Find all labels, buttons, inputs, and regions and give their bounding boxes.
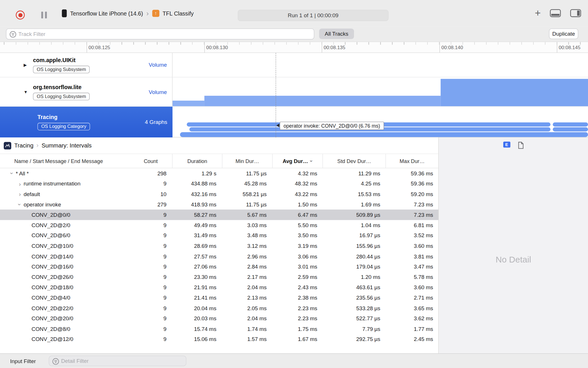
table-row[interactable]: CONV_2D@8/0 9 15.74 ms 1.74 ms 1.75 ms 7… <box>0 324 438 334</box>
track-tensorflow-lane[interactable] <box>173 77 588 106</box>
table-row[interactable]: CONV_2D@14/0 9 27.57 ms 2.96 ms 3.06 ms … <box>0 251 438 261</box>
sort-descending-icon: › <box>309 160 315 162</box>
row-name: CONV_2D@22/0 <box>32 305 74 311</box>
column-header-count[interactable]: Count <box>129 154 173 168</box>
disclosure-expanded-icon[interactable]: ▼ <box>24 90 28 94</box>
table-row[interactable]: › runtime instrumentation 9 434.88 ms 45… <box>0 179 438 189</box>
table-row[interactable]: CONV_2D@4/0 9 21.41 ms 2.13 ms 2.38 ms 2… <box>0 293 438 303</box>
row-count: 298 <box>129 170 173 177</box>
iphone-icon <box>62 9 67 17</box>
disclosure-collapsed-icon[interactable]: ▶ <box>24 62 27 67</box>
track-badge: OS Logging Subsystem <box>33 93 90 100</box>
table-row[interactable]: CONV_2D@0/0 9 58.27 ms 5.67 ms 6.47 ms 5… <box>0 210 438 220</box>
playhead-line[interactable] <box>276 53 276 137</box>
track-uikit-header: ▶ com.apple.UIKit OS Logging Subsystem V… <box>0 53 173 77</box>
row-stddev-duration: 463.61 µs <box>323 284 386 290</box>
right-panel-toggle-icon[interactable] <box>570 9 581 17</box>
interval-bar[interactable] <box>180 132 588 137</box>
add-instrument-icon[interactable]: + <box>535 8 541 18</box>
table-row[interactable]: CONV_2D@6/0 9 31.49 ms 3.48 ms 3.50 ms 1… <box>0 230 438 241</box>
run-status[interactable]: Run 1 of 1 | 00:00:09 <box>238 10 388 21</box>
row-stddev-duration: 7.79 µs <box>323 326 386 332</box>
row-avg-duration: 48.32 ms <box>273 181 323 187</box>
row-avg-duration: 2.23 ms <box>273 305 323 311</box>
row-count: 9 <box>129 243 173 249</box>
row-count: 9 <box>129 305 173 311</box>
volume-area-segment <box>204 96 441 106</box>
interval-bar[interactable] <box>553 122 588 126</box>
row-avg-duration: 2.43 ms <box>273 284 323 290</box>
row-min-duration: 11.75 µs <box>223 170 273 177</box>
track-tensorflow[interactable]: ▼ org.tensorflow.lite OS Logging Subsyst… <box>0 77 588 107</box>
document-icon[interactable] <box>518 141 524 149</box>
row-stddev-duration: 155.96 µs <box>323 243 386 249</box>
record-icon <box>18 13 22 17</box>
track-tensorflow-header: ▼ org.tensorflow.lite OS Logging Subsyst… <box>0 77 173 106</box>
row-disclosure-icon[interactable]: › <box>16 191 24 197</box>
table-row[interactable]: CONV_2D@10/0 9 28.69 ms 3.12 ms 3.19 ms … <box>0 241 438 251</box>
row-name: CONV_2D@26/0 <box>32 274 74 280</box>
table-row[interactable]: CONV_2D@2/0 9 49.49 ms 3.03 ms 5.50 ms 1… <box>0 220 438 230</box>
table-row[interactable]: CONV_2D@26/0 9 23.30 ms 2.17 ms 2.59 ms … <box>0 272 438 282</box>
extended-detail-toggle-icon[interactable]: E <box>503 141 510 147</box>
bottom-panel-toggle-icon[interactable] <box>550 9 561 17</box>
breadcrumb-page[interactable]: Summary: Intervals <box>42 142 92 149</box>
row-name-cell: CONV_2D@6/0 <box>0 233 129 239</box>
row-max-duration: 3.60 ms <box>386 284 438 290</box>
row-disclosure-icon[interactable]: › <box>9 170 15 177</box>
row-min-duration: 2.17 ms <box>223 274 273 280</box>
app-icon: ↑ <box>152 9 159 17</box>
pause-button[interactable] <box>41 12 47 18</box>
record-button[interactable] <box>16 11 25 20</box>
row-duration: 31.49 ms <box>173 233 223 239</box>
table-row[interactable]: › default 10 432.16 ms 558.21 µs 43.22 m… <box>0 189 438 199</box>
row-max-duration: 7.23 ms <box>386 212 438 218</box>
row-name: operator invoke <box>24 202 61 208</box>
device-label: Tensorflow Lite iPhone (14.6) <box>70 10 143 16</box>
row-stddev-duration: 11.29 ms <box>323 170 386 177</box>
timeline-ruler[interactable]: 00:08.125 00:08.130 00:08.135 00:08.140 … <box>0 42 588 53</box>
row-name: CONV_2D@6/0 <box>32 233 70 239</box>
table-row[interactable]: CONV_2D@20/0 9 20.03 ms 2.04 ms 2.23 ms … <box>0 313 438 324</box>
row-max-duration: 5.78 ms <box>386 274 438 280</box>
row-stddev-duration: 235.56 µs <box>323 295 386 301</box>
row-avg-duration: 2.38 ms <box>273 295 323 301</box>
row-disclosure-icon[interactable]: › <box>17 201 23 208</box>
table-row[interactable]: CONV_2D@22/0 9 20.04 ms 2.05 ms 2.23 ms … <box>0 303 438 313</box>
row-min-duration: 5.67 ms <box>223 212 273 218</box>
table-row[interactable]: CONV_2D@18/0 9 21.91 ms 2.04 ms 2.43 ms … <box>0 282 438 293</box>
row-disclosure-icon[interactable]: › <box>16 181 24 187</box>
row-avg-duration: 1.67 ms <box>273 336 323 342</box>
row-min-duration: 2.13 ms <box>223 295 273 301</box>
column-header-duration[interactable]: Duration <box>173 154 223 168</box>
track-uikit-lane[interactable] <box>173 53 588 77</box>
all-tracks-button[interactable]: All Tracks <box>319 28 354 39</box>
track-uikit[interactable]: ▶ com.apple.UIKit OS Logging Subsystem V… <box>0 53 588 77</box>
row-duration: 49.49 ms <box>173 222 223 228</box>
target-selector[interactable]: Tensorflow Lite iPhone (14.6) › ↑ TFL Cl… <box>62 0 194 26</box>
table-row[interactable]: CONV_2D@16/0 9 27.06 ms 2.84 ms 3.01 ms … <box>0 262 438 272</box>
table-row[interactable]: › * All * 298 1.29 s 11.75 µs 4.32 ms 11… <box>0 168 438 179</box>
table-row[interactable]: › operator invoke 279 418.93 ms 11.75 µs… <box>0 199 438 210</box>
row-duration: 58.27 ms <box>173 212 223 218</box>
track-filter-input[interactable] <box>6 29 314 39</box>
column-header-avg[interactable]: Avg Dur… › <box>273 154 323 168</box>
row-name-cell: CONV_2D@26/0 <box>0 274 129 280</box>
duplicate-button[interactable]: Duplicate <box>549 28 578 39</box>
column-header-stddev[interactable]: Std Dev Dur… <box>323 154 386 168</box>
row-min-duration: 2.04 ms <box>223 315 273 321</box>
row-count: 9 <box>129 253 173 259</box>
row-duration: 1.29 s <box>173 170 223 177</box>
column-header-min[interactable]: Min Dur… <box>223 154 273 168</box>
row-max-duration: 59.20 ms <box>386 191 438 197</box>
row-max-duration: 3.81 ms <box>386 253 438 259</box>
no-detail-message: No Detail <box>439 255 588 265</box>
column-header-max[interactable]: Max Dur… <box>386 154 438 168</box>
row-min-duration: 2.96 ms <box>223 253 273 259</box>
column-header-name[interactable]: Name / Start Message / End Message <box>0 154 129 168</box>
detail-filter-input[interactable] <box>49 356 186 366</box>
table-row[interactable]: CONV_2D@12/0 9 15.06 ms 1.57 ms 1.67 ms … <box>0 334 438 344</box>
interval-bar[interactable] <box>553 127 588 131</box>
row-min-duration: 1.57 ms <box>223 336 273 342</box>
breadcrumb-root[interactable]: Tracing <box>14 142 34 149</box>
